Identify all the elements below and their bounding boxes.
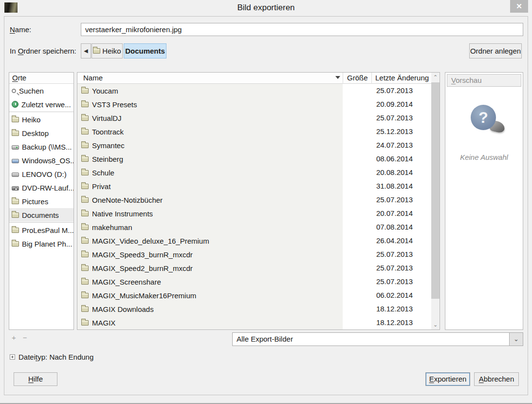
file-row[interactable]: Symantec24.07.2013	[77, 138, 431, 152]
file-row[interactable]: Schule20.08.2014	[77, 166, 431, 179]
column-header-modified[interactable]: Letzte Änderung	[375, 73, 429, 84]
file-name-cell[interactable]: MAGIX_MusicMaker16Premium	[77, 289, 343, 302]
file-row[interactable]: MAGIX Downloads18.12.2013	[77, 302, 431, 316]
place-item[interactable]: Windows8_OS...	[9, 154, 73, 167]
breadcrumb-item-documents[interactable]: Documents	[124, 43, 166, 58]
breadcrumb-label: Heiko	[102, 44, 121, 58]
add-bookmark-button[interactable]: +	[12, 333, 16, 342]
help-button[interactable]: Hilfe	[14, 372, 57, 386]
place-item[interactable]: Backup (\\MS...	[9, 140, 73, 154]
file-row[interactable]: MAGIX_Screenshare25.07.2013	[77, 275, 431, 289]
file-name-cell[interactable]: MAGIX_Speed2_burnR_mxcdr	[77, 261, 343, 275]
remove-bookmark-button[interactable]: −	[23, 333, 27, 342]
file-size-cell	[343, 84, 371, 97]
drive-icon	[12, 173, 19, 177]
file-name-cell[interactable]: OneNote-Notizbücher	[77, 193, 343, 207]
file-name: MAGIX	[92, 319, 115, 327]
filetype-expander[interactable]: Dateityp: Nach Endung	[10, 353, 93, 361]
scroll-up-icon[interactable]: ⌃	[431, 73, 440, 81]
file-row[interactable]: Toontrack25.12.2013	[77, 125, 431, 138]
places-header[interactable]: Orte	[9, 73, 73, 84]
file-modified-cell: 25.12.2013	[371, 125, 431, 138]
close-icon[interactable]: ✕	[510, 0, 528, 13]
file-name-cell[interactable]: MAGIX_Screenshare	[77, 275, 343, 289]
place-item[interactable]: Suchen	[9, 84, 73, 97]
place-item[interactable]: Desktop	[9, 126, 73, 140]
file-row[interactable]: MAGIX_MusicMaker16Premium06.02.2014	[77, 289, 431, 302]
file-row[interactable]: MAGIX_Speed3_burnR_mxcdr25.07.2013	[77, 248, 431, 261]
place-item[interactable]: Heiko	[9, 113, 73, 126]
scroll-down-icon[interactable]: ⌄	[431, 321, 440, 329]
file-row[interactable]: MAGIX_Speed2_burnR_mxcdr25.07.2013	[77, 261, 431, 275]
file-name-cell[interactable]: VirtualDJ	[77, 111, 343, 125]
file-name: Privat	[92, 182, 110, 191]
folder-icon	[81, 170, 89, 175]
file-name-cell[interactable]: MAGIX_Speed3_burnR_mxcdr	[77, 248, 343, 261]
sort-descending-icon[interactable]	[335, 76, 340, 79]
chevron-down-icon[interactable]: ⌄	[509, 333, 523, 346]
file-size-cell	[343, 166, 371, 179]
create-folder-button[interactable]: Ordner anlegen	[469, 43, 522, 58]
file-row[interactable]: MAGIX_Video_deluxe_16_Premium26.04.2014	[77, 234, 431, 248]
place-item[interactable]: Big Planet Ph...	[9, 237, 73, 250]
recent-icon	[12, 101, 18, 108]
file-name-cell[interactable]: VST3 Presets	[77, 97, 343, 111]
place-item[interactable]: Documents	[9, 208, 73, 222]
place-item[interactable]: ProLesPaul M...	[9, 223, 73, 237]
file-filter-dropdown[interactable]: Alle Export-Bilder ⌄	[232, 332, 523, 346]
file-name-cell[interactable]: MAGIX	[77, 316, 343, 329]
file-name-cell[interactable]: Symantec	[77, 138, 343, 152]
column-header-size[interactable]: Größe	[347, 73, 368, 84]
file-name-cell[interactable]: Native Instruments	[77, 207, 343, 220]
file-name-cell[interactable]: Privat	[77, 179, 343, 193]
filename-input[interactable]: verstaerker_mikrofonieren.jpg	[81, 23, 523, 36]
folder-icon	[81, 238, 89, 244]
file-row[interactable]: Youcam25.07.2013	[77, 84, 431, 97]
file-size-cell	[343, 220, 371, 234]
place-item[interactable]: DVD-RW-Lauf...	[9, 181, 73, 194]
file-name-cell[interactable]: Toontrack	[77, 125, 343, 138]
place-item[interactable]: Zuletzt verwe...	[9, 97, 73, 111]
file-row[interactable]: VST3 Presets20.09.2014	[77, 97, 431, 111]
folder-icon	[81, 293, 89, 298]
file-name-cell[interactable]: MAGIX_Video_deluxe_16_Premium	[77, 234, 343, 248]
window-title: Bild exportieren	[0, 3, 532, 13]
file-row[interactable]: MAGIX18.12.2013	[77, 316, 431, 329]
folder-icon	[81, 143, 89, 148]
place-label: Pictures	[22, 197, 48, 206]
file-row[interactable]: OneNote-Notizbücher25.07.2013	[77, 193, 431, 207]
file-row[interactable]: VirtualDJ25.07.2013	[77, 111, 431, 125]
file-modified-cell: 25.07.2013	[371, 111, 431, 125]
file-name: Toontrack	[92, 128, 124, 136]
folder-icon	[12, 228, 19, 233]
file-size-cell	[343, 248, 371, 261]
scrollbar-thumb[interactable]	[431, 82, 440, 299]
breadcrumb-item-heiko[interactable]: Heiko	[92, 43, 123, 58]
file-name-cell[interactable]: Youcam	[77, 84, 343, 97]
vertical-scrollbar[interactable]: ⌃ ⌄	[431, 73, 440, 329]
file-row[interactable]: Privat31.08.2014	[77, 179, 431, 193]
file-name: MAGIX_MusicMaker16Premium	[92, 291, 196, 300]
file-row[interactable]: Native Instruments20.07.2014	[77, 207, 431, 220]
file-name-cell[interactable]: MAGIX Downloads	[77, 302, 343, 316]
file-name-cell[interactable]: Schule	[77, 166, 343, 179]
file-row[interactable]: makehuman07.08.2014	[77, 220, 431, 234]
export-button[interactable]: Exportieren	[425, 372, 470, 386]
breadcrumb-back-button[interactable]: ◀	[81, 43, 91, 58]
file-modified-cell: 07.08.2014	[371, 220, 431, 234]
place-label: ProLesPaul M...	[22, 226, 73, 234]
column-header-name[interactable]: Name	[83, 73, 103, 84]
file-row[interactable]: Steinberg08.06.2014	[77, 152, 431, 166]
file-name-cell[interactable]: makehuman	[77, 220, 343, 234]
file-size-cell	[343, 138, 371, 152]
cancel-button[interactable]: Abbrechen	[474, 372, 519, 386]
place-item[interactable]: Pictures	[9, 194, 73, 208]
file-size-cell	[343, 289, 371, 302]
file-name-cell[interactable]: Steinberg	[77, 152, 343, 166]
file-modified-cell: 08.06.2014	[371, 152, 431, 166]
place-item[interactable]: LENOVO (D:)	[9, 167, 73, 181]
file-size-cell	[343, 207, 371, 220]
folder-icon	[81, 197, 89, 203]
places-toolbar: +−	[12, 333, 34, 342]
expand-plus-icon[interactable]	[10, 354, 15, 360]
